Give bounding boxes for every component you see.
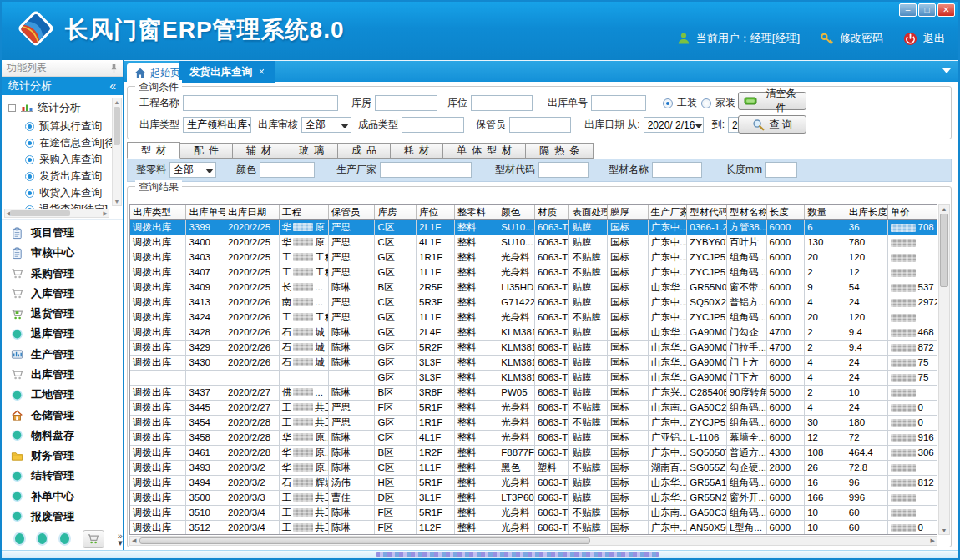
profile-name-input[interactable] bbox=[652, 162, 702, 178]
material-tab-3[interactable]: 辅材 bbox=[233, 143, 285, 159]
sidebar-item-7[interactable]: 生产管理 bbox=[2, 345, 123, 365]
tab-list-dropdown-icon[interactable] bbox=[942, 68, 951, 78]
length-mm-input[interactable] bbox=[765, 162, 797, 178]
manufacturer-input[interactable] bbox=[380, 162, 472, 178]
column-header[interactable]: 长度 bbox=[766, 205, 805, 219]
tree-item-5[interactable]: 收货入库查询 bbox=[25, 184, 109, 201]
quick-module-3-icon[interactable] bbox=[60, 533, 69, 544]
table-row[interactable]: 调拨出库34542020/2/28工共工程严思G区1R1F整料光身料6063-T… bbox=[130, 415, 937, 430]
logout-link[interactable]: 退出 bbox=[923, 31, 945, 46]
table-row[interactable]: 调拨出库34092020/2/25长...陈琳B区2R5F整料LI35HD606… bbox=[130, 280, 937, 295]
column-header[interactable]: 型材名称 bbox=[726, 205, 766, 219]
radio-jiazhuang-icon[interactable] bbox=[701, 98, 711, 108]
column-header[interactable]: 工程 bbox=[279, 205, 328, 219]
outbound-no-input[interactable] bbox=[591, 95, 646, 111]
column-header[interactable]: 整零料 bbox=[454, 205, 498, 219]
column-header[interactable]: 出库日期 bbox=[225, 205, 280, 219]
column-header[interactable]: 颜色 bbox=[498, 205, 535, 219]
table-row[interactable]: 调拨出库34132020/2/26南...严思C区5R3F整料G71422606… bbox=[130, 295, 937, 310]
tree-vertical-scrollbar[interactable]: ▲▼ bbox=[112, 98, 122, 206]
sidebar-item-6[interactable]: 退库管理 bbox=[2, 324, 123, 344]
column-header[interactable]: 型材代码 bbox=[687, 205, 727, 219]
profile-code-input[interactable] bbox=[538, 162, 589, 178]
column-header[interactable]: 数量 bbox=[805, 205, 846, 219]
cart-quick-button[interactable] bbox=[83, 530, 104, 548]
column-header[interactable]: 表面处理 bbox=[569, 205, 608, 219]
material-tab-5[interactable]: 成品 bbox=[338, 143, 391, 159]
column-header[interactable]: 材质 bbox=[534, 205, 569, 219]
sidebar-item-8[interactable]: 出库管理 bbox=[2, 365, 123, 385]
table-row[interactable]: 调拨出库33992020/2/25华原...严思C区2L1F整料SU10...6… bbox=[130, 219, 937, 235]
tab-close-icon[interactable]: × bbox=[259, 66, 265, 78]
table-row[interactable]: 调拨出库34242020/2/26工工程严思G区1L1F整料光身料6063-T5… bbox=[130, 310, 937, 325]
table-row[interactable]: G区3L3F整料KLM38176063-T5贴膜国标山东华...GA90M09.… bbox=[130, 370, 937, 385]
table-row[interactable]: 调拨出库34072020/2/25工工程严思G区1L1F整料光身料6063-T5… bbox=[130, 265, 937, 280]
quick-module-1-icon[interactable] bbox=[15, 533, 24, 544]
table-row[interactable]: 调拨出库34002020/2/25华原...严思C区4L1F整料SU10...6… bbox=[130, 235, 937, 250]
material-tab-2[interactable]: 配件 bbox=[180, 143, 233, 159]
table-row[interactable]: 调拨出库34292020/2/26石城陈琳G区5R2F整料KLM38176063… bbox=[130, 340, 937, 355]
tree-horizontal-scrollbar[interactable]: ◀▶ bbox=[4, 209, 109, 218]
outbound-audit-select[interactable]: 全部 bbox=[301, 117, 351, 133]
table-vertical-scrollbar[interactable]: ▲▼ bbox=[938, 204, 950, 535]
sidebar-item-9[interactable]: 工地管理 bbox=[2, 385, 123, 405]
table-horizontal-scrollbar[interactable]: ◀▶ bbox=[129, 536, 937, 546]
table-row[interactable]: 调拨出库34932020/3/2华原...陈琳C区1L1F整料黑色塑料不贴膜国标… bbox=[130, 460, 937, 475]
keeper-input[interactable] bbox=[509, 117, 571, 133]
table-row[interactable]: 调拨出库34452020/2/27工共工程严思F区5R1F整料光身料6063-T… bbox=[130, 400, 937, 415]
sidebar-item-5[interactable]: 退货管理 bbox=[2, 304, 123, 324]
sidebar-item-2[interactable]: 审核中心 bbox=[2, 243, 123, 263]
sidebar-item-14[interactable]: 补单中心 bbox=[2, 486, 123, 506]
material-tab-6[interactable]: 耗材 bbox=[391, 143, 443, 159]
sidebar-item-12[interactable]: 财务管理 bbox=[2, 446, 123, 466]
table-row[interactable]: 调拨出库35002020/3/3工共工程曹佳D区3L1F整料LT3P606063… bbox=[130, 490, 937, 505]
material-tab-4[interactable]: 玻璃 bbox=[285, 143, 338, 159]
sidebar-item-13[interactable]: 结转管理 bbox=[2, 466, 123, 486]
column-header[interactable]: 库房 bbox=[375, 205, 417, 219]
table-row[interactable]: 调拨出库35122020/3/4工共工程陈琳F区1L2F整料光身料6063-T5… bbox=[130, 520, 937, 535]
table-row[interactable]: 调拨出库35102020/3/4工共工程陈琳F区5R1F整料光身料6063-T5… bbox=[130, 505, 937, 520]
whole-part-select[interactable]: 全部 bbox=[169, 162, 216, 178]
column-header[interactable]: 膜厚 bbox=[608, 205, 649, 219]
tree-item-3[interactable]: 采购入库查询 bbox=[25, 151, 109, 168]
material-tab-8[interactable]: 隔热条 bbox=[526, 143, 594, 159]
material-tab-7[interactable]: 单体型材 bbox=[443, 143, 526, 159]
date-from-date-select[interactable]: 2020/ 2/16 bbox=[644, 117, 704, 133]
color-input[interactable] bbox=[260, 162, 315, 178]
tree-expander-icon[interactable]: - bbox=[8, 104, 16, 112]
tree-item-7[interactable]: 退库管理[待定] bbox=[25, 218, 109, 220]
collapse-icon[interactable]: « bbox=[109, 79, 116, 93]
sidebar-item-3[interactable]: 采购管理 bbox=[2, 264, 123, 284]
close-button[interactable]: ✕ bbox=[937, 3, 955, 17]
column-header[interactable]: 出库单号 bbox=[186, 205, 225, 219]
sidebar-item-10[interactable]: 仓储管理 bbox=[2, 405, 123, 425]
location-input[interactable] bbox=[471, 95, 533, 111]
column-header[interactable]: 生产厂家 bbox=[648, 205, 687, 219]
project-name-input[interactable] bbox=[183, 95, 338, 111]
sidebar-item-15[interactable]: 报废管理 bbox=[2, 507, 123, 527]
quick-module-2-icon[interactable] bbox=[38, 533, 47, 544]
column-header[interactable]: 出库长度 bbox=[846, 205, 887, 219]
tree-item-4[interactable]: 发货出库查询 bbox=[25, 168, 109, 184]
sidebar-item-11[interactable]: 物料盘存 bbox=[2, 426, 123, 446]
product-type-input[interactable] bbox=[402, 117, 464, 133]
table-row[interactable]: 调拨出库34612020/2/28华原...陈琳B区1R2F整料F8877FT6… bbox=[130, 445, 937, 460]
more-modules-button[interactable]: »▾ bbox=[118, 532, 123, 546]
table-row[interactable]: 调拨出库34582020/2/28华原...陈琳C区4L1F整料光身料6063-… bbox=[130, 430, 937, 445]
clear-conditions-button[interactable]: 清空条件 bbox=[738, 92, 806, 110]
tab-outbound-query[interactable]: 发货出库查询 × bbox=[179, 61, 275, 83]
minimize-button[interactable]: – bbox=[899, 3, 917, 17]
search-button[interactable]: 查 询 bbox=[738, 115, 806, 134]
stats-group-header[interactable]: 统计分析 « bbox=[2, 77, 123, 95]
material-tab-1[interactable]: 型材 bbox=[127, 142, 180, 159]
table-row[interactable]: 调拨出库34942020/3/2石辉城汤伟H区5R1F整料光身料6063-T5贴… bbox=[130, 475, 937, 490]
table-row[interactable]: 调拨出库34282020/2/26石城陈琳G区2L4F整料KLM38176063… bbox=[130, 325, 937, 340]
sidebar-item-4[interactable]: 入库管理 bbox=[2, 284, 123, 304]
warehouse-input[interactable] bbox=[375, 95, 437, 111]
column-header[interactable]: 出库类型 bbox=[130, 205, 186, 219]
change-password-link[interactable]: 修改密码 bbox=[840, 31, 883, 46]
table-row[interactable]: 调拨出库34032020/2/25工工程严思G区1R1F整料光身料6063-T5… bbox=[130, 250, 937, 265]
column-header[interactable]: 单价 bbox=[887, 205, 937, 219]
pin-icon[interactable] bbox=[110, 63, 118, 73]
column-header[interactable]: 库位 bbox=[417, 205, 455, 219]
